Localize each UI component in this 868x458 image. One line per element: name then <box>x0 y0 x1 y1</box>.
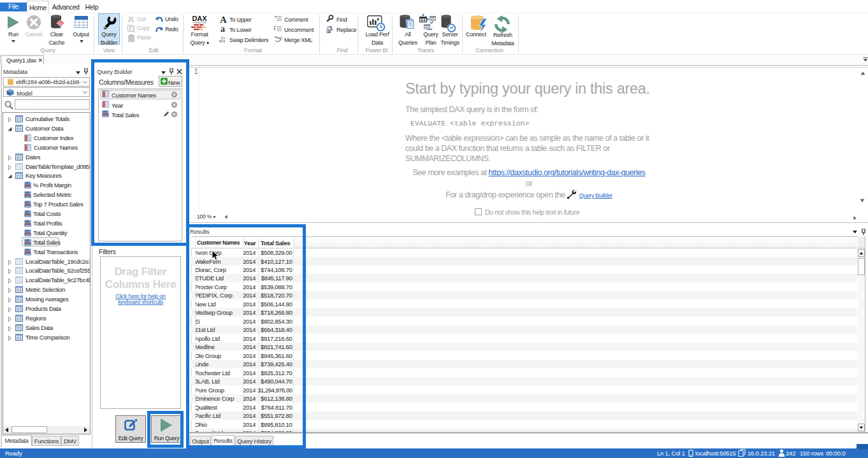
svg-text:b: b <box>331 27 333 31</box>
